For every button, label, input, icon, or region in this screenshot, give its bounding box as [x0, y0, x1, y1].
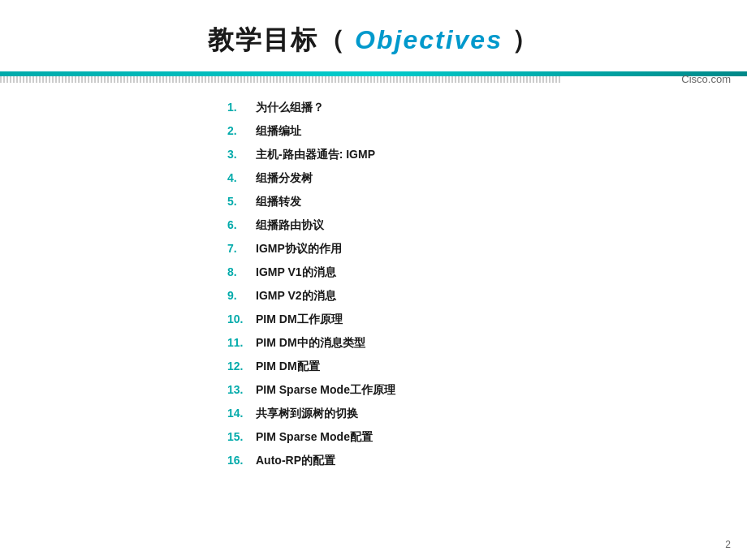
- item-number: 14.: [227, 405, 256, 422]
- item-number: 9.: [227, 287, 256, 304]
- list-item: 4.组播分发树: [227, 170, 747, 187]
- list-item: 1.为什么组播？: [227, 99, 747, 116]
- item-number: 5.: [227, 193, 256, 210]
- item-number: 12.: [227, 358, 256, 375]
- content-section: 1.为什么组播？2.组播编址3.主机-路由器通告: IGMP4.组播分发树5.组…: [0, 83, 747, 469]
- item-number: 6.: [227, 217, 256, 234]
- item-number: 13.: [227, 381, 256, 398]
- title-objectives: Objectives: [346, 25, 512, 54]
- item-text: PIM DM工作原理: [256, 311, 343, 328]
- item-text: 组播路由协议: [256, 217, 324, 234]
- list-item: 14.共享树到源树的切换: [227, 405, 747, 422]
- list-item: 6.组播路由协议: [227, 217, 747, 234]
- item-text: 共享树到源树的切换: [256, 405, 358, 422]
- cisco-logo: Cisco.com: [681, 73, 731, 85]
- page-number: 2: [725, 539, 731, 550]
- title-section: 教学目标（ Objectives ）: [0, 0, 747, 67]
- item-number: 1.: [227, 99, 256, 116]
- title-chinese: 教学目标（: [208, 25, 346, 54]
- item-text: 组播分发树: [256, 170, 313, 187]
- list-item: 8.IGMP V1的消息: [227, 264, 747, 281]
- item-number: 4.: [227, 170, 256, 187]
- list-item: 9.IGMP V2的消息: [227, 287, 747, 304]
- list-item: 5.组播转发: [227, 193, 747, 210]
- objectives-list: 1.为什么组播？2.组播编址3.主机-路由器通告: IGMP4.组播分发树5.组…: [227, 99, 747, 469]
- item-text: PIM Sparse Mode配置: [256, 429, 373, 446]
- item-text: PIM Sparse Mode工作原理: [256, 381, 395, 398]
- item-number: 10.: [227, 311, 256, 328]
- page-title: 教学目标（ Objectives ）: [208, 25, 539, 54]
- list-item: 16.Auto-RP的配置: [227, 452, 747, 469]
- item-number: 15.: [227, 429, 256, 446]
- item-number: 8.: [227, 264, 256, 281]
- list-item: 3.主机-路由器通告: IGMP: [227, 146, 747, 163]
- item-text: IGMP V2的消息: [256, 287, 336, 304]
- item-text: PIM DM配置: [256, 358, 320, 375]
- item-text: PIM DM中的消息类型: [256, 334, 365, 351]
- item-number: 16.: [227, 452, 256, 469]
- item-number: 7.: [227, 240, 256, 257]
- list-item: 12.PIM DM配置: [227, 358, 747, 375]
- header-bar-container: [0, 71, 747, 83]
- item-number: 2.: [227, 123, 256, 140]
- item-text: IGMP V1的消息: [256, 264, 336, 281]
- list-item: 13.PIM Sparse Mode工作原理: [227, 381, 747, 398]
- item-text: 为什么组播？: [256, 99, 324, 116]
- header-bar-pattern: [0, 76, 560, 83]
- item-text: 组播转发: [256, 193, 301, 210]
- page-container: 教学目标（ Objectives ） Cisco.com 1.为什么组播？2.组…: [0, 0, 747, 560]
- list-item: 7.IGMP协议的作用: [227, 240, 747, 257]
- item-text: IGMP协议的作用: [256, 240, 342, 257]
- title-close: ）: [512, 25, 539, 54]
- item-text: 组播编址: [256, 123, 301, 140]
- list-item: 2.组播编址: [227, 123, 747, 140]
- item-text: Auto-RP的配置: [256, 452, 335, 469]
- item-text: 主机-路由器通告: IGMP: [256, 146, 375, 163]
- item-number: 3.: [227, 146, 256, 163]
- list-item: 10.PIM DM工作原理: [227, 311, 747, 328]
- list-item: 11.PIM DM中的消息类型: [227, 334, 747, 351]
- item-number: 11.: [227, 334, 256, 351]
- list-item: 15.PIM Sparse Mode配置: [227, 429, 747, 446]
